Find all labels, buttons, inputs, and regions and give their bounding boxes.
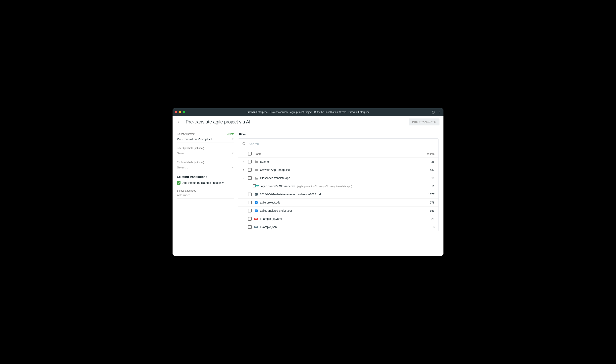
chevron-down-icon: ▼ [232, 138, 234, 140]
prompt-label: Select AI prompt [177, 133, 195, 135]
file-row[interactable]: YMLExample (1).yaml21 [238, 215, 439, 223]
file-name-text: Beamer [260, 160, 270, 163]
pre-translate-button[interactable]: PRE-TRANSLATE [409, 118, 440, 125]
file-name-cell: Wagiletranslated project.odt [254, 209, 418, 212]
file-words: 11 [421, 185, 434, 188]
file-words: 11 [421, 176, 434, 180]
file-name-cell: CSVagile project's Glossary.csv(agile pr… [256, 184, 418, 188]
row-checkbox[interactable] [248, 176, 252, 180]
row-checkbox[interactable] [248, 209, 252, 212]
md-file-icon: M↓ [254, 193, 258, 196]
files-panel: Name Words Beamer25Crowdin App Sendpulse… [238, 138, 439, 231]
row-checkbox[interactable] [248, 217, 252, 221]
chevron-down-icon: ▼ [232, 166, 234, 169]
exclude-labels-label: Exclude labels (optional) [177, 161, 234, 164]
app-window: Crowdin Enterprise - Project overview - … [173, 108, 443, 256]
extensions-icon[interactable] [431, 111, 435, 114]
close-window-button[interactable] [175, 111, 177, 113]
file-name-sub: (agile project's Glossary Glossary trans… [297, 185, 352, 188]
file-words: 3 [421, 225, 434, 229]
doc-file-icon: W [254, 209, 258, 212]
files-section-title: Files [239, 133, 439, 136]
filter-labels-select[interactable]: Select... ▼ [177, 150, 234, 157]
file-words: 437 [421, 168, 434, 171]
languages-input[interactable]: Add more [177, 192, 234, 199]
file-row[interactable]: Glossaries translate app11 [238, 174, 439, 182]
folder-open-icon [254, 176, 258, 180]
file-words: 278 [421, 201, 434, 204]
titlebar: Crowdin Enterprise - Project overview - … [173, 108, 443, 116]
row-checkbox[interactable] [248, 193, 252, 196]
page-header: Pre-translate agile project via AI PRE-T… [173, 116, 443, 128]
file-name-text: 2024-08-01-what-is-new-at-crowdin-july-2… [260, 193, 321, 196]
file-row[interactable]: Crowdin App Sendpulse437 [238, 166, 439, 174]
chevron-down-icon: ▼ [232, 152, 234, 154]
back-button[interactable] [176, 119, 183, 125]
column-name-header[interactable]: Name [254, 152, 261, 155]
json-file-icon: JSON [254, 225, 258, 229]
files-main: Files Name [236, 128, 443, 256]
file-name-text: agiletranslated project.odt [260, 209, 292, 212]
expand-toggle[interactable] [242, 177, 245, 179]
row-checkbox[interactable] [248, 201, 252, 204]
page-title: Pre-translate agile project via AI [186, 119, 250, 125]
row-checkbox[interactable] [248, 160, 252, 164]
svg-point-2 [439, 113, 440, 113]
svg-point-0 [439, 111, 440, 111]
file-row[interactable]: Wagile project.odt278 [238, 198, 439, 207]
existing-translations-header: Existing translations [177, 175, 234, 179]
sort-arrow-down-icon[interactable] [263, 152, 265, 155]
files-search-input[interactable] [249, 142, 434, 146]
minimize-window-button[interactable] [179, 111, 181, 113]
csv-file-icon: CSV [256, 184, 259, 188]
prompt-select[interactable]: Pre-translation Prompt #1 ▼ [177, 136, 234, 143]
filter-labels-label: Filter by labels (optional) [177, 147, 234, 150]
page-body: Select AI prompt Create Pre-translation … [173, 128, 443, 256]
expand-toggle[interactable] [242, 169, 245, 171]
apply-untranslated-row[interactable]: Apply to untranslated strings only [177, 181, 234, 185]
traffic-lights [175, 111, 185, 113]
file-row[interactable]: Wagiletranslated project.odt553 [238, 207, 439, 215]
prompt-label-row: Select AI prompt Create [177, 133, 234, 135]
doc-file-icon: W [254, 201, 258, 204]
file-name-text: Glossaries translate app [260, 176, 290, 180]
file-row[interactable]: JSONExample.json3 [238, 223, 439, 231]
folder-icon [254, 160, 258, 164]
search-icon [242, 142, 246, 146]
file-name-text: agile project's Glossary.csv [261, 185, 295, 188]
row-checkbox[interactable] [248, 225, 252, 229]
file-name-cell: JSONExample.json [254, 225, 418, 229]
create-prompt-link[interactable]: Create [227, 133, 234, 135]
file-words: 553 [421, 209, 434, 212]
select-all-checkbox[interactable] [248, 152, 252, 156]
svg-line-5 [245, 144, 246, 145]
file-words: 21 [421, 217, 434, 221]
files-search-row [238, 139, 439, 150]
file-row[interactable]: CSVagile project's Glossary.csv(agile pr… [238, 182, 439, 190]
languages-label: Select languages [177, 189, 234, 192]
file-row[interactable]: M↓2024-08-01-what-is-new-at-crowdin-july… [238, 190, 439, 198]
folder-icon [254, 168, 258, 172]
maximize-window-button[interactable] [183, 111, 185, 113]
filter-labels-placeholder: Select... [177, 152, 234, 155]
row-checkbox[interactable] [248, 168, 252, 172]
file-name-text: Crowdin App Sendpulse [260, 168, 290, 171]
file-row[interactable]: Beamer25 [238, 158, 439, 166]
exclude-labels-placeholder: Select... [177, 166, 234, 169]
expand-toggle[interactable] [242, 160, 245, 163]
file-name-cell: Beamer [254, 160, 418, 164]
file-name-cell: YMLExample (1).yaml [254, 217, 418, 221]
file-words: 25 [421, 160, 434, 163]
file-name-text: Example (1).yaml [260, 217, 282, 221]
window-title: Crowdin Enterprise - Project overview - … [246, 111, 370, 114]
file-name-text: agile project.odt [260, 201, 280, 204]
exclude-labels-select[interactable]: Select... ▼ [177, 165, 234, 171]
file-words: 1377 [421, 193, 434, 196]
file-name-text: Example.json [260, 225, 277, 229]
files-rows: Beamer25Crowdin App Sendpulse437Glossari… [238, 158, 439, 231]
more-menu-icon[interactable] [438, 111, 441, 114]
apply-untranslated-checkbox[interactable] [177, 181, 180, 185]
apply-untranslated-label: Apply to untranslated strings only [183, 181, 224, 184]
yaml-file-icon: YML [254, 217, 258, 221]
file-name-cell: Wagile project.odt [254, 201, 418, 204]
